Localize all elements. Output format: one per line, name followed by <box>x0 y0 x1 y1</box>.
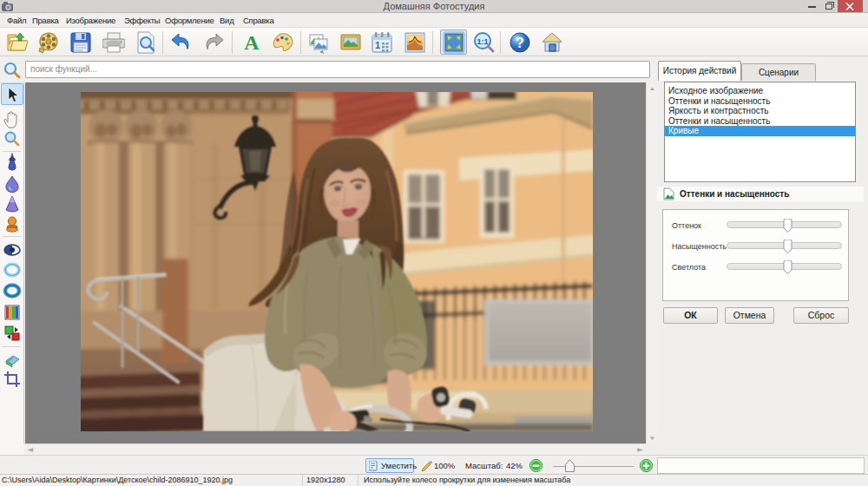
svg-text:?: ? <box>516 36 524 50</box>
svg-text:1:1: 1:1 <box>477 37 488 46</box>
svg-text:1: 1 <box>375 40 380 50</box>
svg-text:A: A <box>244 31 260 54</box>
